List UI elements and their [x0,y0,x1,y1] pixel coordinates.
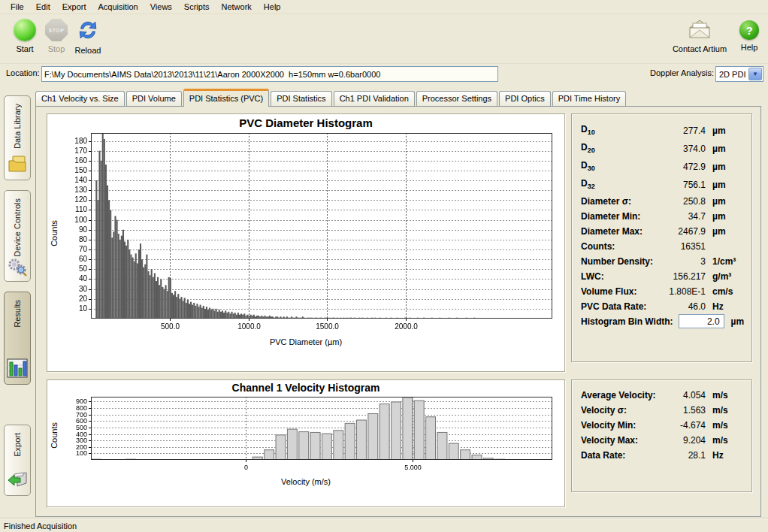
stat-value: 1.808E-1 [656,286,706,297]
pvc-diameter-histogram-panel: PVC Diameter Histogram Counts PVC Diamet… [47,113,565,372]
stat-label: D20 [581,142,656,154]
stat-value: 472.9 [656,162,706,172]
tab-pdi-statistics[interactable]: PDI Statistics [271,91,331,106]
stat-label: D30 [581,160,656,172]
sidebar-item-label: Results [13,300,22,328]
stat-label: LWC: [581,271,656,282]
location-input[interactable] [41,66,498,82]
stat-unit: m/s [706,390,744,401]
sidebar-item-export[interactable]: Export [4,425,31,496]
stat-label: Number Density: [581,256,656,267]
menu-item-edit[interactable]: Edit [30,1,56,13]
help-label: Help [741,43,758,52]
stat-row: D20374.0µm [581,140,744,157]
menu-bar: FileEditExportAcquisitionViewsScriptsNet… [0,0,768,14]
stat-row: Diameter σ:250.8µm [581,194,744,208]
stat-label: Average Velocity: [581,390,656,401]
sidebar-item-data-library[interactable]: Data Library [4,95,31,180]
stat-label: Data Rate: [581,450,656,461]
stat-unit: µm [706,196,744,207]
stat-label: Velocity Max: [581,435,656,446]
sidebar-item-label: Data Library [13,104,22,149]
stat-value: 2467.9 [656,226,706,237]
stat-label: Velocity σ: [581,405,656,416]
doppler-analysis-value: 2D PDI [716,70,748,79]
location-row: Location: Doppler Analysis: 2D PDI ▼ [0,63,768,84]
stat-unit: m/s [706,435,744,446]
sidebar-item-device-controls[interactable]: Device Controls [4,190,31,282]
reload-button[interactable]: Reload [66,19,110,55]
chevron-down-icon[interactable]: ▼ [748,68,762,80]
pvc-histogram-canvas [61,129,557,337]
stat-value: 28.1 [656,450,706,461]
stat-row: D30472.9µm [581,158,744,175]
menu-item-views[interactable]: Views [144,1,178,13]
stat-unit: Hz [706,450,744,461]
tab-pdi-statistics-pvc-[interactable]: PDI Statistics (PVC) [183,89,269,107]
stat-label: D32 [581,178,656,190]
status-bar: Finished Acquisition [0,518,768,532]
start-icon [14,19,36,41]
stat-unit: µm [706,211,744,222]
stop-label: Stop [48,44,65,53]
menu-item-export[interactable]: Export [56,1,92,13]
start-label: Start [16,44,33,53]
tab-pdi-volume[interactable]: PDI Volume [126,91,182,106]
help-icon: ? [739,20,759,40]
stat-value: 34.7 [656,211,706,222]
stat-row: Data Rate:28.1Hz [581,448,744,462]
export-arrow-icon [7,471,28,491]
stat-unit: cm/s [706,286,744,297]
stat-label: Counts: [581,241,656,252]
tab-ch1-velocity-vs-size[interactable]: Ch1 Velocity vs. Size [35,91,125,106]
velocity-statistics-panel: Average Velocity:4.054m/sVelocity σ:1.56… [571,379,752,492]
stat-value: 4.054 [656,390,706,401]
status-text: Finished Acquisition [4,521,77,530]
stat-row: Velocity Max:9.204m/s [581,433,744,447]
tab-pdi-optics[interactable]: PDI Optics [499,91,551,106]
menu-item-file[interactable]: File [5,1,30,13]
x-axis-label: PVC Diameter (µm) [47,337,564,346]
location-label: Location: [6,68,40,77]
contact-artium-button[interactable]: Contact Artium [669,19,730,53]
sidebar-item-results[interactable]: Results [4,292,31,385]
stat-value: 250.8 [656,196,706,207]
gears-icon [7,257,28,280]
tab-pdi-time-history[interactable]: PDI Time History [552,91,627,106]
doppler-analysis-select[interactable]: 2D PDI ▼ [715,66,763,82]
stat-row: Average Velocity:4.054m/s [581,388,744,402]
stat-value: 374.0 [656,144,706,154]
stat-label: PVC Data Rate: [581,301,656,312]
stat-value: -4.674 [656,420,706,431]
stat-value: 156.217 [656,271,706,282]
toolbar: Start STOP Stop Reload Contact Artium [0,14,768,64]
stat-unit: µm [706,226,744,237]
doppler-analysis-label: Doppler Analysis: [650,68,714,77]
stat-value: 756.1 [656,180,706,190]
menu-item-network[interactable]: Network [215,1,257,13]
sidebar: Data Library Device Controls Results [0,84,35,518]
stat-label: Velocity Min: [581,420,656,431]
tab-strip: Ch1 Velocity vs. SizePDI VolumePDI Stati… [35,88,627,106]
stat-label: D10 [581,124,656,136]
stat-row: LWC:156.217g/m³ [581,269,744,283]
stat-label: Diameter Min: [581,211,656,222]
tab-processor-settings[interactable]: Processor Settings [416,91,497,106]
menu-item-scripts[interactable]: Scripts [178,1,216,13]
menu-item-help[interactable]: Help [258,1,287,13]
stat-row: Number Density:31/cm³ [581,254,744,268]
menu-item-acquisition[interactable]: Acquisition [92,1,144,13]
tab-ch1-pdi-validation[interactable]: Ch1 PDI Validation [334,91,415,106]
stat-value: 46.0 [656,301,706,312]
stat-label: Volume Flux: [581,286,656,297]
envelope-icon [687,19,712,41]
y-axis-label: Counts [47,129,61,337]
folder-icon [7,154,28,175]
help-button[interactable]: ? Help [735,19,763,52]
velocity-histogram-panel: Channel 1 Velocity Histogram Counts Velo… [47,379,565,507]
histogram-bin-width-input[interactable] [679,314,724,328]
chart-title: Channel 1 Velocity Histogram [47,380,564,394]
stat-value: 9.204 [656,435,706,446]
reload-icon [77,19,99,43]
stat-unit: µm [706,162,744,172]
